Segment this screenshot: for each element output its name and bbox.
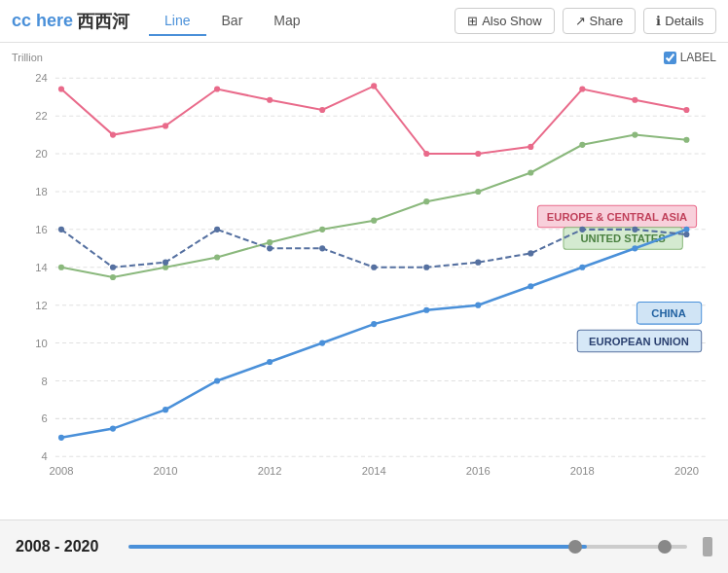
dot-eca-2015: [423, 151, 429, 157]
dot-eca-2018: [579, 86, 585, 91]
svg-text:22: 22: [35, 110, 47, 122]
slider-fill: [128, 545, 587, 549]
svg-text:2016: 2016: [466, 465, 491, 477]
dot-eu-2013: [319, 245, 325, 251]
dot-china-2008: [58, 435, 64, 441]
dot-eca-2013: [319, 107, 325, 113]
tabs: Line Bar Map: [149, 7, 316, 36]
dot-eu-2014: [371, 265, 377, 270]
slider-thumb-left[interactable]: [568, 540, 582, 554]
dot-us-2013: [319, 227, 325, 233]
dot-us-2018: [579, 142, 585, 148]
dot-us-2012: [267, 239, 273, 245]
dot-us-2008: [58, 265, 64, 270]
logo-cc: cc here: [12, 11, 73, 31]
svg-text:16: 16: [35, 224, 47, 235]
dot-eca-2012: [267, 97, 273, 103]
dot-us-2009: [110, 274, 116, 280]
dot-eu-2020: [683, 232, 689, 237]
chart-area: Trillion LABEL .grid-line { stroke: #e0e…: [0, 43, 728, 519]
dot-eu-2011: [214, 227, 220, 233]
dot-us-2019: [632, 132, 637, 138]
svg-text:10: 10: [35, 338, 47, 349]
dot-eu-2009: [110, 265, 116, 270]
slider-end: [703, 537, 712, 556]
svg-text:2010: 2010: [154, 465, 178, 477]
dot-china-2012: [267, 359, 273, 365]
logo-cn: 西西河: [77, 10, 129, 33]
svg-text:8: 8: [41, 376, 47, 387]
dot-us-2014: [371, 218, 377, 224]
grid-icon: ⊞: [467, 14, 478, 28]
logo: cc here 西西河: [12, 10, 129, 33]
dot-eu-2012: [267, 245, 273, 251]
toolbar: ⊞ Also Show ↗ Share ℹ Details: [455, 8, 716, 34]
label-china: CHINA: [651, 307, 685, 319]
details-button[interactable]: ℹ Details: [643, 8, 716, 34]
slider-track: [128, 545, 687, 549]
svg-text:2008: 2008: [50, 465, 74, 477]
svg-text:20: 20: [35, 148, 47, 160]
dot-eu-2017: [528, 250, 533, 256]
svg-text:4: 4: [41, 450, 47, 462]
label-eu: EUROPEAN UNION: [589, 336, 689, 347]
dot-eu-2019: [632, 227, 637, 233]
dot-eca-2009: [110, 132, 116, 138]
dot-china-2015: [423, 307, 429, 313]
svg-text:12: 12: [35, 300, 47, 311]
dot-eu-2016: [475, 260, 481, 266]
share-label: Share: [590, 14, 624, 28]
slider-thumb-right[interactable]: [658, 540, 672, 554]
dot-china-2010: [163, 407, 168, 412]
tab-line[interactable]: Line: [149, 7, 205, 36]
dot-us-2020: [683, 137, 689, 143]
chart-container: .grid-line { stroke: #e0e0e0; stroke-wid…: [12, 68, 716, 486]
dot-eu-2015: [423, 265, 429, 270]
dot-china-2009: [110, 426, 116, 432]
dot-us-2011: [214, 254, 220, 260]
dot-eca-2020: [683, 107, 689, 113]
top-bar: cc here 西西河 Line Bar Map ⊞ Also Show ↗ S…: [0, 0, 728, 43]
label-toggle[interactable]: LABEL: [664, 51, 716, 64]
share-icon: ↗: [575, 14, 586, 28]
dot-eca-2008: [58, 86, 64, 91]
dot-china-2016: [475, 303, 481, 308]
dot-us-2015: [423, 198, 429, 204]
dot-us-2016: [475, 189, 481, 195]
label-eca: EUROPE & CENTRAL ASIA: [547, 211, 687, 223]
dot-eca-2019: [632, 97, 637, 103]
svg-text:6: 6: [41, 412, 47, 424]
dot-eu-2018: [579, 227, 585, 233]
svg-text:2018: 2018: [570, 465, 595, 477]
dot-eca-2016: [475, 151, 481, 157]
chart-header: Trillion LABEL: [12, 51, 716, 64]
dot-china-2018: [579, 265, 585, 270]
dot-us-2017: [528, 169, 533, 175]
dot-china-2017: [528, 283, 533, 289]
svg-text:2014: 2014: [362, 465, 386, 477]
timeline-slider[interactable]: [128, 537, 687, 556]
svg-text:24: 24: [35, 72, 47, 84]
also-show-label: Also Show: [482, 14, 541, 28]
share-button[interactable]: ↗ Share: [563, 8, 637, 34]
dot-china-2014: [371, 321, 377, 327]
dot-eca-2011: [214, 86, 220, 91]
dot-china-2013: [319, 340, 325, 346]
svg-text:18: 18: [35, 186, 47, 197]
tab-bar[interactable]: Bar: [206, 7, 259, 36]
info-icon: ℹ: [656, 14, 661, 28]
bottom-bar: 2008 - 2020: [0, 519, 728, 573]
year-range: 2008 - 2020: [16, 538, 113, 555]
also-show-button[interactable]: ⊞ Also Show: [455, 8, 554, 34]
svg-text:2012: 2012: [258, 465, 282, 477]
label-checkbox-text: LABEL: [680, 51, 716, 64]
dot-china-2011: [214, 377, 220, 383]
svg-text:14: 14: [35, 262, 47, 273]
tab-map[interactable]: Map: [258, 7, 315, 36]
y-axis-label: Trillion: [12, 52, 43, 63]
chart-svg: .grid-line { stroke: #e0e0e0; stroke-wid…: [12, 68, 716, 486]
dot-eca-2010: [163, 123, 168, 128]
dot-eca-2017: [528, 144, 533, 150]
label-checkbox-input[interactable]: [664, 52, 676, 64]
svg-text:2020: 2020: [674, 465, 699, 477]
